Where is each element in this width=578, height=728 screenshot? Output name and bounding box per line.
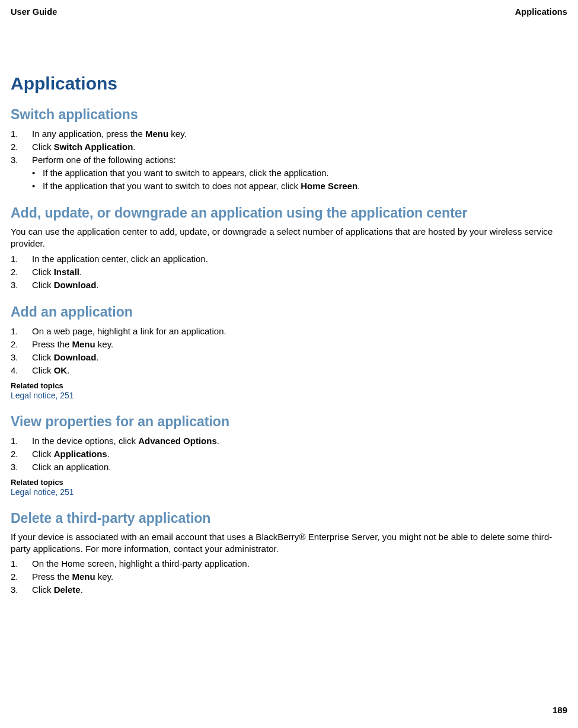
section-title-delete-third-party: Delete a third-party application xyxy=(11,510,567,526)
step-item: Click OK. xyxy=(11,364,567,376)
header-right: Applications xyxy=(515,7,567,17)
step-item: Click Download. xyxy=(11,279,567,291)
step-item: On the Home screen, highlight a third-pa… xyxy=(11,557,567,570)
steps-add-application: On a web page, highlight a link for an a… xyxy=(11,325,567,376)
step-item: Perform one of the following actions: xyxy=(11,154,567,166)
related-topics-heading: Related topics xyxy=(11,478,567,487)
intro-application-center: You can use the application center to ad… xyxy=(11,226,567,250)
section-title-application-center: Add, update, or downgrade an application… xyxy=(11,205,567,221)
section-title-add-application: Add an application xyxy=(11,304,567,320)
step-item: Click Switch Application. xyxy=(11,141,567,153)
intro-delete-third-party: If your device is associated with an ema… xyxy=(11,531,567,555)
section-title-view-properties: View properties for an application xyxy=(11,414,567,430)
step-item: On a web page, highlight a link for an a… xyxy=(11,325,567,337)
steps-view-properties: In the device options, click Advanced Op… xyxy=(11,435,567,473)
bullet-item: If the application that you want to swit… xyxy=(11,167,567,179)
step-item: In the device options, click Advanced Op… xyxy=(11,435,567,447)
related-topics-link-legal-notice[interactable]: Legal notice, 251 xyxy=(11,390,567,401)
related-topics-link-legal-notice[interactable]: Legal notice, 251 xyxy=(11,487,567,497)
main-title: Applications xyxy=(11,74,567,94)
header-left: User Guide xyxy=(11,7,57,17)
bullet-item: If the application that you want to swit… xyxy=(11,180,567,192)
page-header: User Guide Applications xyxy=(11,7,567,17)
bullets-switch-applications: If the application that you want to swit… xyxy=(11,167,567,192)
step-item: Press the Menu key. xyxy=(11,338,567,350)
step-item: In the application center, click an appl… xyxy=(11,253,567,265)
step-item: Click Download. xyxy=(11,351,567,363)
page-number: 189 xyxy=(553,705,567,715)
steps-switch-applications: In any application, press the Menu key. … xyxy=(11,127,567,166)
step-item: Click Delete. xyxy=(11,583,567,596)
related-topics-heading: Related topics xyxy=(11,381,567,390)
step-item: Press the Menu key. xyxy=(11,570,567,583)
step-item: Click Applications. xyxy=(11,448,567,460)
section-title-switch-applications: Switch applications xyxy=(11,107,567,123)
step-item: Click an application. xyxy=(11,461,567,473)
step-item: Click Install. xyxy=(11,266,567,278)
steps-application-center: In the application center, click an appl… xyxy=(11,253,567,291)
steps-delete-third-party: On the Home screen, highlight a third-pa… xyxy=(11,557,567,596)
step-item: In any application, press the Menu key. xyxy=(11,127,567,140)
